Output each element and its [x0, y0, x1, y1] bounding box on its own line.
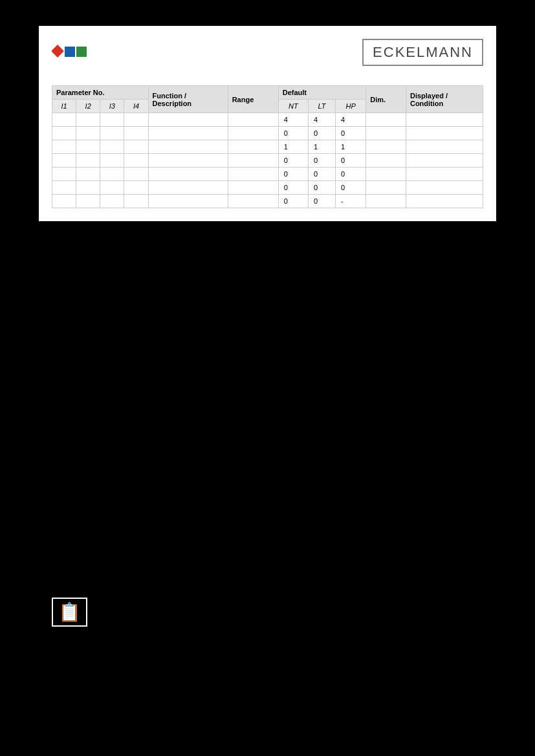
row-1-i3 [100, 127, 124, 140]
row-4-lt: 0 [309, 167, 336, 181]
row-1-i4 [124, 127, 148, 140]
row-3-i1 [52, 154, 76, 167]
row-6-dim [366, 195, 406, 208]
row-5-range [228, 181, 278, 195]
row-5-i3 [100, 181, 124, 195]
row-5-displayed [406, 181, 483, 195]
row-2-i4 [124, 140, 148, 154]
row-1-range [228, 127, 278, 140]
row-2-nt: 1 [278, 140, 308, 154]
hand-icon: 📋 [52, 598, 87, 627]
row-1-hp: 0 [335, 127, 366, 140]
row-6-lt: 0 [309, 195, 336, 208]
row-0-i1 [52, 113, 76, 127]
sub-hp: HP [335, 100, 366, 113]
header: ECKELMANN [52, 39, 483, 66]
row-6-range [228, 195, 278, 208]
svg-rect-0 [52, 45, 64, 58]
row-1-dim [366, 127, 406, 140]
row-1-lt: 0 [309, 127, 336, 140]
row-5-function [148, 181, 228, 195]
row-4-i3 [100, 167, 124, 181]
row-3-displayed [406, 154, 483, 167]
row-1-i1 [52, 127, 76, 140]
svg-rect-1 [65, 47, 75, 57]
row-5-nt: 0 [278, 181, 308, 195]
row-6-i1 [52, 195, 76, 208]
row-3-range [228, 154, 278, 167]
row-2-i3 [100, 140, 124, 154]
eckelmann-logo: ECKELMANN [362, 39, 483, 66]
footer-logo: 📋 [52, 598, 87, 627]
function-header: Function / Description [148, 86, 228, 113]
sub-i1: I1 [52, 100, 76, 113]
table-row: 111 [52, 140, 483, 154]
row-3-i3 [100, 154, 124, 167]
row-0-dim [366, 113, 406, 127]
row-2-function [148, 140, 228, 154]
row-6-i3 [100, 195, 124, 208]
row-2-dim [366, 140, 406, 154]
row-1-nt: 0 [278, 127, 308, 140]
logo-shapes [52, 41, 87, 64]
page: ECKELMANN Parameter No. Function / Descr… [0, 0, 535, 756]
content-area: ECKELMANN Parameter No. Function / Descr… [39, 26, 496, 221]
table-row: 000 [52, 127, 483, 140]
logo-left [52, 41, 87, 64]
row-3-i4 [124, 154, 148, 167]
param-no-header: Parameter No. [52, 86, 149, 100]
sub-i3: I3 [100, 100, 124, 113]
table-body: 44400011100000000000- [52, 113, 483, 208]
row-1-displayed [406, 127, 483, 140]
row-3-dim [366, 154, 406, 167]
row-4-range [228, 167, 278, 181]
row-2-displayed [406, 140, 483, 154]
row-5-i4 [124, 181, 148, 195]
row-0-hp: 4 [335, 113, 366, 127]
row-4-function [148, 167, 228, 181]
row-3-i2 [76, 154, 100, 167]
parameter-table: Parameter No. Function / Description Ran… [52, 85, 483, 208]
row-6-hp: - [335, 195, 366, 208]
table-row: 000 [52, 181, 483, 195]
table-row: 000 [52, 167, 483, 181]
row-5-hp: 0 [335, 181, 366, 195]
default-header: Default [278, 86, 366, 100]
row-2-range [228, 140, 278, 154]
sub-nt: NT [278, 100, 308, 113]
row-4-nt: 0 [278, 167, 308, 181]
row-5-i2 [76, 181, 100, 195]
range-header: Range [228, 86, 278, 113]
row-1-i2 [76, 127, 100, 140]
table-row: 00- [52, 195, 483, 208]
table-row: 444 [52, 113, 483, 127]
row-0-range [228, 113, 278, 127]
row-6-i2 [76, 195, 100, 208]
row-4-displayed [406, 167, 483, 181]
row-0-i3 [100, 113, 124, 127]
row-6-function [148, 195, 228, 208]
table-row: 000 [52, 154, 483, 167]
row-0-i2 [76, 113, 100, 127]
row-5-i1 [52, 181, 76, 195]
row-6-nt: 0 [278, 195, 308, 208]
sub-i2: I2 [76, 100, 100, 113]
row-4-i4 [124, 167, 148, 181]
row-0-lt: 4 [309, 113, 336, 127]
row-2-hp: 1 [335, 140, 366, 154]
row-3-function [148, 154, 228, 167]
row-3-lt: 0 [309, 154, 336, 167]
row-3-nt: 0 [278, 154, 308, 167]
row-6-displayed [406, 195, 483, 208]
row-5-lt: 0 [309, 181, 336, 195]
row-4-i2 [76, 167, 100, 181]
svg-rect-2 [76, 47, 87, 57]
row-0-displayed [406, 113, 483, 127]
row-0-i4 [124, 113, 148, 127]
sub-i4: I4 [124, 100, 148, 113]
row-1-function [148, 127, 228, 140]
row-2-lt: 1 [309, 140, 336, 154]
row-4-dim [366, 167, 406, 181]
row-3-hp: 0 [335, 154, 366, 167]
displayed-header: Displayed / Condition [406, 86, 483, 113]
